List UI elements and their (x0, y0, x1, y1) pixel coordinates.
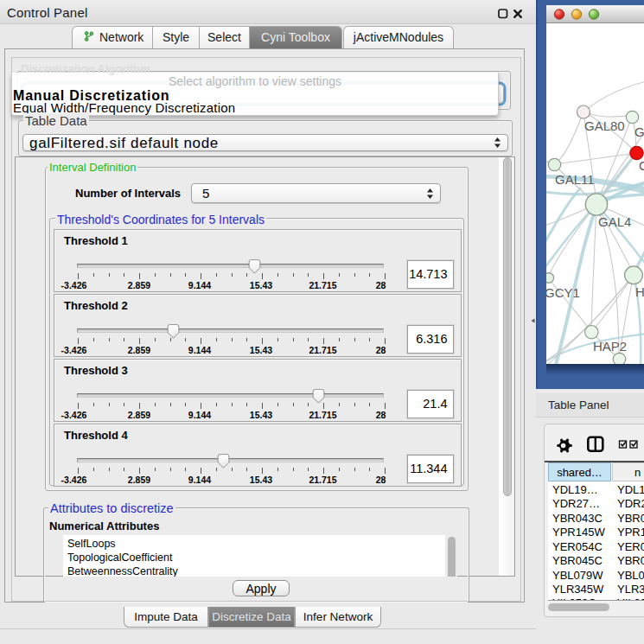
svg-text:H: H (635, 284, 644, 299)
svg-text:GA: GA (634, 124, 644, 139)
svg-text:HAP2: HAP2 (593, 339, 627, 354)
svg-text:GAL80: GAL80 (584, 118, 625, 133)
svg-text:GAL4: GAL4 (598, 214, 631, 229)
svg-text:C: C (639, 158, 644, 173)
svg-text:GAL11: GAL11 (555, 172, 595, 187)
svg-text:GCY1: GCY1 (545, 285, 580, 300)
